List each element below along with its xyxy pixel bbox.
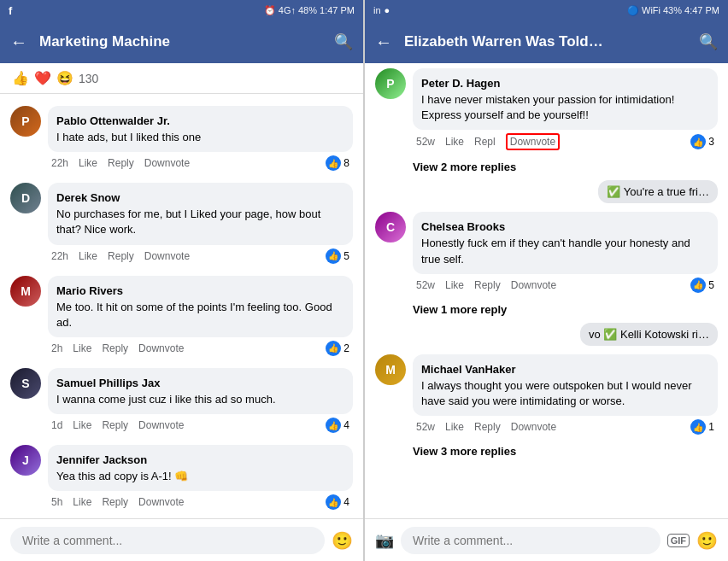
- comment-samuel: S Samuel Phillips Jax I wanna come just …: [0, 363, 363, 440]
- reply-btn-mario[interactable]: Reply: [102, 342, 128, 354]
- downvote-btn-pablo[interactable]: Downvote: [144, 157, 190, 169]
- left-comment-input[interactable]: [10, 527, 325, 554]
- like-count-mario: 👍 2: [326, 341, 349, 356]
- text-samuel: I wanna come just cuz i like this ad so …: [56, 392, 344, 407]
- comment-bubble-pablo: Pablo Ottenwalder Jr. I hate ads, but I …: [48, 106, 353, 152]
- reply-btn-peter[interactable]: Repl: [474, 136, 496, 148]
- left-status-bar: f ⏰ 4G↑ 48% 1:47 PM: [0, 0, 363, 20]
- right-comment-input[interactable]: [401, 527, 660, 554]
- left-status-left: f: [9, 4, 12, 17]
- right-status-right: 🔵 WiFi 43% 4:47 PM: [627, 5, 719, 16]
- left-search-icon[interactable]: 🔍: [334, 32, 353, 51]
- like-num-mario: 2: [343, 342, 349, 354]
- actions-chelsea: 52w Like Reply Downvote 👍 5: [413, 274, 718, 295]
- downvote-btn-jennifer[interactable]: Downvote: [138, 496, 184, 508]
- comment-body-michael: Michael VanHaker I always thought you we…: [413, 354, 718, 436]
- view-more-peter-replies[interactable]: View 2 more replies: [365, 157, 728, 177]
- alarm-icon: ⏰: [264, 5, 276, 16]
- left-comments-list: P Pablo Ottenwalder Jr. I hate ads, but …: [0, 94, 363, 518]
- text-chelsea: Honestly fuck em if they can't handle yo…: [421, 236, 709, 266]
- text-mario: Me too. It hit on some of the points I'm…: [56, 300, 344, 330]
- like-btn-jennifer[interactable]: Like: [73, 496, 91, 508]
- like-bubble-jennifer: 👍: [326, 494, 341, 510]
- right-nav-bar: ← Elizabeth Warren Was Told… 🔍: [365, 20, 728, 63]
- downvote-btn-samuel[interactable]: Downvote: [138, 419, 184, 431]
- left-phone-panel: f ⏰ 4G↑ 48% 1:47 PM ← Marketing Machine …: [0, 0, 363, 561]
- like-count-chelsea: 👍 5: [690, 278, 714, 293]
- like-btn-pablo[interactable]: Like: [79, 157, 97, 169]
- view-more-michael-replies[interactable]: View 3 more replies: [365, 441, 728, 461]
- actions-samuel: 1d Like Reply Downvote 👍 4: [48, 414, 353, 435]
- comment-derek: D Derek Snow No purchases for me, but I …: [0, 178, 363, 270]
- like-btn-peter[interactable]: Like: [445, 136, 464, 148]
- time-pablo: 22h: [51, 157, 68, 169]
- reply-btn-jennifer[interactable]: Reply: [102, 496, 128, 508]
- right-emoji-button[interactable]: 🙂: [696, 530, 718, 551]
- downvote-btn-michael[interactable]: Downvote: [511, 421, 556, 433]
- like-btn-michael[interactable]: Like: [445, 421, 464, 433]
- comment-bubble-derek: Derek Snow No purchases for me, but I Li…: [48, 183, 353, 244]
- gif-button[interactable]: GIF: [667, 534, 690, 547]
- avatar-derek: D: [10, 183, 41, 213]
- camera-icon[interactable]: 📷: [375, 531, 394, 550]
- heart-icon: ❤️: [34, 70, 51, 86]
- like-num-samuel: 4: [343, 419, 349, 431]
- right-status-bar: in ● 🔵 WiFi 43% 4:47 PM: [365, 0, 728, 20]
- avatar-pablo: P: [10, 106, 41, 137]
- reply-bubble-true-friend: ✅ You're a true fri…: [598, 180, 718, 203]
- comment-chelsea: C Chelsea Brooks Honestly fuck em if the…: [365, 207, 728, 299]
- like-bubble-pablo: 👍: [326, 155, 341, 171]
- like-num-derek: 5: [343, 250, 349, 262]
- author-derek: Derek Snow: [56, 191, 120, 204]
- reply-btn-pablo[interactable]: Reply: [108, 157, 134, 169]
- left-emoji-button[interactable]: 🙂: [332, 530, 353, 551]
- comment-bubble-jennifer: Jennifer Jackson Yea this ad copy is A-1…: [48, 445, 353, 491]
- author-chelsea: Chelsea Brooks: [421, 220, 505, 233]
- like-btn-samuel[interactable]: Like: [73, 419, 91, 431]
- left-back-button[interactable]: ←: [10, 32, 27, 52]
- view-more-chelsea-replies[interactable]: View 1 more reply: [365, 300, 728, 319]
- haha-icon: 😆: [56, 70, 73, 86]
- author-samuel: Samuel Phillips Jax: [56, 377, 160, 389]
- downvote-btn-mario[interactable]: Downvote: [138, 342, 184, 354]
- reply-btn-chelsea[interactable]: Reply: [474, 279, 501, 291]
- wifi-icon: WiFi: [642, 5, 660, 15]
- downvote-btn-chelsea[interactable]: Downvote: [511, 279, 556, 291]
- reply-bubble-kelli: vo ✅ Kelli Kotowski ri…: [580, 323, 718, 346]
- right-battery-text: 43%: [663, 5, 682, 15]
- actions-michael: 52w Like Reply Downvote 👍 1: [413, 416, 718, 436]
- like-btn-mario[interactable]: Like: [73, 342, 91, 354]
- comment-pablo: P Pablo Ottenwalder Jr. I hate ads, but …: [0, 101, 363, 178]
- like-btn-chelsea[interactable]: Like: [445, 279, 464, 291]
- author-jennifer: Jennifer Jackson: [56, 453, 147, 466]
- reply-true-friend: ✅ You're a true fri…: [365, 177, 728, 207]
- author-peter: Peter D. Hagen: [421, 77, 500, 90]
- comment-bubble-chelsea: Chelsea Brooks Honestly fuck em if they …: [413, 212, 718, 273]
- like-num-peter: 3: [708, 136, 714, 148]
- downvote-btn-peter-highlight[interactable]: Downvote: [506, 133, 560, 150]
- downvote-btn-derek[interactable]: Downvote: [144, 250, 190, 262]
- like-bubble-michael: 👍: [690, 419, 706, 435]
- right-back-button[interactable]: ←: [375, 32, 392, 52]
- author-michael: Michael VanHaker: [421, 363, 516, 376]
- reply-btn-derek[interactable]: Reply: [108, 250, 134, 262]
- comment-body-chelsea: Chelsea Brooks Honestly fuck em if they …: [413, 212, 718, 294]
- like-count-derek: 👍 5: [326, 248, 349, 264]
- signal-dot: ●: [385, 5, 390, 15]
- left-nav-bar: ← Marketing Machine 🔍: [0, 20, 363, 63]
- like-icon: 👍: [12, 70, 29, 86]
- like-btn-derek[interactable]: Like: [79, 250, 97, 262]
- actions-peter: 52w Like Repl Downvote 👍 3: [413, 130, 718, 152]
- like-bubble-mario: 👍: [326, 341, 341, 356]
- right-status-left: in ●: [373, 5, 390, 15]
- reply-btn-samuel[interactable]: Reply: [102, 419, 128, 431]
- avatar-peter: P: [375, 68, 406, 99]
- battery-text: 48%: [298, 5, 317, 15]
- comment-bubble-mario: Mario Rivers Me too. It hit on some of t…: [48, 276, 353, 337]
- comment-body-samuel: Samuel Phillips Jax I wanna come just cu…: [48, 368, 353, 435]
- time-chelsea: 52w: [416, 279, 435, 291]
- left-status-right: ⏰ 4G↑ 48% 1:47 PM: [264, 5, 355, 16]
- reply-btn-michael[interactable]: Reply: [474, 421, 501, 433]
- right-search-icon[interactable]: 🔍: [699, 32, 718, 51]
- right-phone-panel: in ● 🔵 WiFi 43% 4:47 PM ← Elizabeth Warr…: [365, 0, 728, 561]
